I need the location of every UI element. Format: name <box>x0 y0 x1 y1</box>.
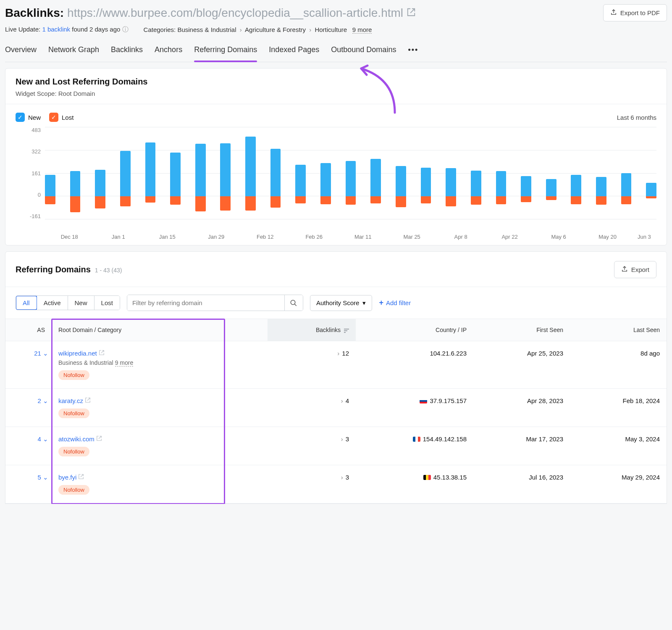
backlinks-count[interactable]: 3 <box>346 474 349 481</box>
backlinks-count[interactable]: 4 <box>346 397 349 404</box>
chart-range[interactable]: Last 6 months <box>617 114 656 121</box>
checkbox-new[interactable]: ✓ <box>16 113 25 122</box>
chart-bar[interactable] <box>145 127 156 219</box>
external-link-icon[interactable] <box>99 350 105 357</box>
category-crumb[interactable]: Business & Industrial <box>177 26 236 33</box>
segment-active[interactable]: Active <box>37 296 68 310</box>
chart-bar[interactable] <box>170 127 181 219</box>
tab-anchors[interactable]: Anchors <box>155 42 182 62</box>
as-value[interactable]: 2 <box>37 397 41 404</box>
chevron-down-icon[interactable]: ⌄ <box>43 435 48 443</box>
export-pdf-button[interactable]: Export to PDF <box>603 4 667 21</box>
live-update-link[interactable]: 1 backlink <box>42 26 70 33</box>
as-value[interactable]: 4 <box>37 435 41 443</box>
external-link-icon[interactable] <box>407 6 416 20</box>
col-first-seen[interactable]: First Seen <box>473 319 570 341</box>
legend-lost-label: Lost <box>62 114 74 121</box>
tab-backlinks[interactable]: Backlinks <box>111 42 143 62</box>
chart-bar[interactable] <box>521 127 531 219</box>
chart-bar[interactable] <box>471 127 481 219</box>
chart-bar[interactable] <box>370 127 381 219</box>
categories-more[interactable]: 9 more <box>352 26 372 34</box>
chart-bar[interactable] <box>220 127 231 219</box>
chart-bar[interactable] <box>621 127 632 219</box>
chart-bar[interactable] <box>270 127 281 219</box>
chevron-down-icon[interactable]: ⌄ <box>43 474 48 481</box>
chart-bar[interactable] <box>346 127 356 219</box>
domain-link[interactable]: atozwiki.com <box>58 435 94 443</box>
chart-bar[interactable] <box>646 127 656 219</box>
chevron-down-icon[interactable]: ⌄ <box>43 397 48 404</box>
chart-bar[interactable] <box>446 127 456 219</box>
chevron-down-icon[interactable]: ⌄ <box>43 350 48 357</box>
chart-bar[interactable] <box>245 127 256 219</box>
chart-bar[interactable] <box>396 127 406 219</box>
chart-bar[interactable] <box>45 127 55 219</box>
chevron-right-icon[interactable]: › <box>337 350 339 357</box>
segment-new[interactable]: New <box>68 296 94 310</box>
chevron-right-icon: › <box>309 26 311 33</box>
table-row: 5 ⌄bye.fyiNofollow›345.13.38.15Jul 16, 2… <box>5 465 667 503</box>
col-last-seen[interactable]: Last Seen <box>570 319 667 341</box>
categories: Categories: Business & Industrial › Agri… <box>144 26 372 33</box>
backlinks-count[interactable]: 12 <box>342 350 349 357</box>
chart-bar[interactable] <box>295 127 306 219</box>
chart-bar[interactable] <box>95 127 105 219</box>
chart-bar[interactable] <box>496 127 507 219</box>
col-backlinks[interactable]: Backlinks <box>268 319 356 341</box>
category-more[interactable]: 9 more <box>115 359 134 366</box>
tab-indexed-pages[interactable]: Indexed Pages <box>269 42 319 62</box>
segment-lost[interactable]: Lost <box>94 296 120 310</box>
search-icon <box>290 299 297 307</box>
chart-bar[interactable] <box>546 127 556 219</box>
authority-score-dropdown[interactable]: Authority Score ▾ <box>310 295 373 311</box>
x-tick: Apr 8 <box>436 234 485 240</box>
chart-bar[interactable] <box>320 127 331 219</box>
col-domain[interactable]: Root Domain / Category <box>52 319 268 341</box>
external-link-icon[interactable] <box>85 397 91 404</box>
x-tick: Jan 29 <box>192 234 240 240</box>
backlinks-count[interactable]: 3 <box>346 435 349 443</box>
segment-all[interactable]: All <box>16 296 37 310</box>
chart-bar[interactable] <box>421 127 431 219</box>
chart-bar[interactable] <box>571 127 581 219</box>
col-country[interactable]: Country / IP <box>356 319 473 341</box>
chart-bar[interactable] <box>596 127 606 219</box>
chart-bar[interactable] <box>70 127 81 219</box>
ip-address: 154.49.142.158 <box>423 435 467 443</box>
tab-more[interactable]: ••• <box>408 42 418 62</box>
external-link-icon[interactable] <box>78 474 84 481</box>
x-tick: Jan 1 <box>94 234 142 240</box>
category-crumb[interactable]: Horticulture <box>315 26 347 33</box>
flag-icon <box>413 437 420 442</box>
checkbox-lost[interactable]: ✓ <box>49 113 58 122</box>
as-value[interactable]: 5 <box>37 474 41 481</box>
x-tick: Feb 12 <box>241 234 289 240</box>
domain-link[interactable]: bye.fyi <box>58 474 76 481</box>
export-button[interactable]: Export <box>614 261 656 278</box>
as-value[interactable]: 21 <box>34 350 41 357</box>
chart-bar[interactable] <box>120 127 131 219</box>
chevron-right-icon[interactable]: › <box>341 435 343 443</box>
category-crumb[interactable]: Agriculture & Forestry <box>245 26 306 33</box>
tab-referring-domains[interactable]: Referring Domains <box>194 42 257 62</box>
table-row: 21 ⌄wikipredia.netBusiness & Industrial … <box>5 341 667 389</box>
x-tick: Jun 3 <box>632 234 656 240</box>
search-input[interactable] <box>127 295 284 311</box>
tab-overview[interactable]: Overview <box>5 42 37 62</box>
search-button[interactable] <box>284 295 303 311</box>
tab-network-graph[interactable]: Network Graph <box>48 42 99 62</box>
external-link-icon[interactable] <box>96 435 102 443</box>
tab-outbound-domains[interactable]: Outbound Domains <box>331 42 396 62</box>
chevron-right-icon[interactable]: › <box>341 474 343 481</box>
domain-link[interactable]: wikipredia.net <box>58 350 97 357</box>
chevron-right-icon[interactable]: › <box>341 397 343 404</box>
live-update: Live Update: 1 backlink found 2 days ago… <box>5 26 129 34</box>
col-as[interactable]: AS <box>5 319 52 341</box>
add-filter-button[interactable]: + Add filter <box>379 298 411 307</box>
info-icon[interactable]: ⓘ <box>122 26 129 33</box>
domain-link[interactable]: karaty.cz <box>58 397 83 404</box>
col-backlinks-label: Backlinks <box>316 327 341 333</box>
chart-bar[interactable] <box>195 127 206 219</box>
widget-title: New and Lost Referring Domains <box>16 77 656 87</box>
